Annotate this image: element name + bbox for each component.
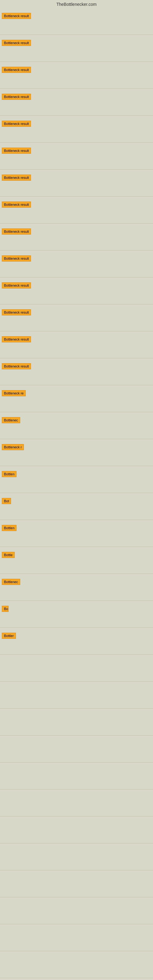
bottleneck-row: Bottlenec xyxy=(0,412,153,439)
bottleneck-row: Bottleneck result xyxy=(0,224,153,250)
empty-row xyxy=(0,789,153,816)
bottleneck-badge[interactable]: Bottleneck result xyxy=(2,229,31,235)
bottleneck-row: Bottlenec xyxy=(0,574,153,601)
bottleneck-badge[interactable]: Bo xyxy=(2,606,9,612)
bottleneck-badge[interactable]: Bottleneck result xyxy=(2,148,31,154)
bottleneck-badge[interactable]: Bottlen xyxy=(2,525,16,531)
empty-row xyxy=(0,736,153,762)
bottleneck-badge[interactable]: Bottleneck result xyxy=(2,202,31,208)
bottleneck-row: Bottleneck result xyxy=(0,170,153,197)
bottleneck-row: Bottleneck result xyxy=(0,62,153,89)
bottleneck-badge[interactable]: Bottle xyxy=(2,552,15,558)
bottleneck-row: Bottleneck result xyxy=(0,35,153,62)
empty-row xyxy=(0,682,153,709)
empty-row xyxy=(0,762,153,789)
empty-row xyxy=(0,924,153,951)
bottleneck-badge[interactable]: Bottleneck result xyxy=(2,363,31,369)
bottleneck-row: Bottle xyxy=(0,547,153,574)
bottleneck-row: Bottleneck result xyxy=(0,331,153,358)
bottleneck-row: Bottler xyxy=(0,628,153,655)
bottleneck-badge[interactable]: Bottleneck re xyxy=(2,390,26,396)
bottleneck-row: Bottleneck r xyxy=(0,439,153,466)
bottleneck-row: Bottleneck result xyxy=(0,304,153,331)
bottleneck-badge[interactable]: Bottleneck result xyxy=(2,40,31,46)
bottleneck-row: Bottleneck result xyxy=(0,89,153,116)
empty-row xyxy=(0,655,153,682)
bottleneck-row: Bottleneck result xyxy=(0,197,153,224)
bottleneck-row: Bottlen xyxy=(0,466,153,493)
bottleneck-badge[interactable]: Bottleneck result xyxy=(2,94,31,100)
bottleneck-row: Bo xyxy=(0,601,153,628)
empty-row xyxy=(0,951,153,978)
empty-row xyxy=(0,709,153,736)
bottleneck-row: Bottlen xyxy=(0,520,153,547)
bottleneck-row: Bottleneck re xyxy=(0,385,153,412)
bottleneck-badge[interactable]: Bottlenec xyxy=(2,417,20,423)
empty-row xyxy=(0,843,153,870)
bottleneck-row: Bot xyxy=(0,493,153,520)
bottleneck-badge[interactable]: Bottleneck result xyxy=(2,282,31,288)
empty-row xyxy=(0,897,153,924)
bottleneck-badge[interactable]: Bottlen xyxy=(2,471,16,477)
empty-row xyxy=(0,978,153,980)
bottleneck-row: Bottleneck result xyxy=(0,143,153,170)
bottleneck-badge[interactable]: Bottleneck result xyxy=(2,255,31,261)
page-container: TheBottlenecker.com Bottleneck resultBot… xyxy=(0,0,153,980)
bottleneck-badge[interactable]: Bot xyxy=(2,498,11,504)
bottleneck-badge[interactable]: Bottleneck result xyxy=(2,121,31,127)
bottleneck-badge[interactable]: Bottleneck result xyxy=(2,67,31,73)
bottleneck-row: Bottleneck result xyxy=(0,358,153,385)
bottleneck-badge[interactable]: Bottler xyxy=(2,633,16,639)
bottleneck-row: Bottleneck result xyxy=(0,8,153,35)
bottleneck-row: Bottleneck result xyxy=(0,250,153,277)
bottleneck-row: Bottleneck result xyxy=(0,277,153,304)
bottleneck-badge[interactable]: Bottleneck result xyxy=(2,175,31,181)
site-header: TheBottlenecker.com xyxy=(0,0,153,8)
bottleneck-badge[interactable]: Bottleneck r xyxy=(2,444,24,450)
bottleneck-badge[interactable]: Bottleneck result xyxy=(2,309,31,315)
bottleneck-badge[interactable]: Bottlenec xyxy=(2,579,20,585)
bottleneck-badge[interactable]: Bottleneck result xyxy=(2,336,31,342)
empty-row xyxy=(0,870,153,897)
bottleneck-badge[interactable]: Bottleneck result xyxy=(2,13,31,19)
site-title: TheBottlenecker.com xyxy=(56,2,97,7)
empty-row xyxy=(0,816,153,843)
bottleneck-row: Bottleneck result xyxy=(0,116,153,143)
